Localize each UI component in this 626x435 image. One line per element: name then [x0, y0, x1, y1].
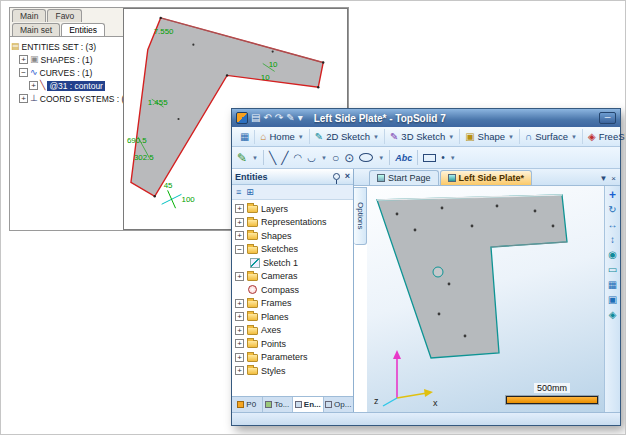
zoom-view-icon[interactable]: ◉ — [608, 250, 617, 260]
ellipse-tool-icon[interactable] — [359, 153, 373, 162]
expand-plus-icon[interactable]: + — [235, 339, 244, 348]
tree-item-coord-systems[interactable]: + ⊥ COORD SYSTEMS : ( — [11, 92, 122, 105]
tree-item-compass[interactable]: Compass — [233, 283, 352, 297]
tree-item-planes[interactable]: + Planes — [233, 310, 352, 324]
canvas-3d[interactable]: z x 500mm — [367, 186, 604, 412]
circle-center-tool-icon[interactable]: ⊙ — [344, 151, 354, 165]
tab-main[interactable]: Main — [12, 9, 46, 22]
pencil-tool-icon[interactable]: ✎ — [237, 151, 247, 165]
ribbon-tab-freeshape[interactable]: ◈ FreeShape ▼ — [583, 129, 626, 144]
chevron-down-icon[interactable]: ▼ — [373, 134, 379, 140]
tree-item-parameters[interactable]: + Parameters — [233, 351, 352, 365]
tree-item-layers[interactable]: + Layers — [233, 202, 352, 216]
expand-plus-icon[interactable]: + — [235, 299, 244, 308]
pin-icon[interactable] — [333, 173, 340, 180]
dimension-label[interactable]: 302.5 — [134, 153, 154, 162]
text-tool[interactable]: Abc — [395, 153, 412, 163]
chevron-down-icon[interactable]: ▼ — [378, 155, 384, 161]
ribbon-tab-3d-sketch[interactable]: ✎ 3D Sketch ▼ — [385, 129, 460, 144]
tree-item-frames[interactable]: + Frames — [233, 297, 352, 311]
add-view-icon[interactable]: + — [609, 190, 616, 200]
panel-tab-p0[interactable]: P0 — [232, 397, 263, 412]
tree-item-sketch1[interactable]: Sketch 1 — [233, 256, 352, 270]
point-tool-icon[interactable]: • — [441, 151, 445, 165]
tree-item-representations[interactable]: + Representations — [233, 216, 352, 230]
minimize-button[interactable]: ─ — [599, 112, 616, 124]
dimension-label[interactable]: 690.5 — [127, 136, 147, 145]
expand-plus-icon[interactable]: + — [19, 94, 28, 103]
chevron-down-icon[interactable]: ▼ — [508, 134, 514, 140]
ribbon-tab-2d-sketch[interactable]: ✎ 2D Sketch ▼ — [310, 129, 385, 144]
redo-icon[interactable]: ↷ — [275, 112, 283, 124]
undo-icon[interactable]: ↶ — [263, 112, 271, 124]
tree-item-shapes[interactable]: + ▣ SHAPES : (1) — [11, 53, 122, 66]
polyline-tool-icon[interactable]: ╱ — [281, 151, 288, 165]
ribbon-tab-shape[interactable]: ▣ Shape ▼ — [460, 129, 520, 144]
tree-item-points[interactable]: + Points — [233, 337, 352, 351]
plate-face[interactable] — [377, 195, 567, 358]
pan-horizontal-icon[interactable]: ↔ — [608, 220, 618, 230]
doc-tab-left-side-plate[interactable]: Left Side Plate* — [440, 170, 533, 185]
expand-plus-icon[interactable]: + — [235, 353, 244, 362]
plate-bore-hole[interactable] — [433, 267, 443, 277]
tab-favorites[interactable]: Favo — [47, 9, 82, 22]
tree-item-entities-set[interactable]: ▤ ENTITIES SET : (3) — [11, 40, 122, 53]
tree-item-curves[interactable]: − ∿ CURVES : (1) — [11, 66, 122, 79]
tab-entities[interactable]: Entities — [61, 23, 105, 36]
title-bar[interactable]: ▤ ↶ ↷ ✎ ▾ Left Side Plate* - TopSolid 7 … — [232, 109, 620, 127]
dimension-label[interactable]: 7.550 — [154, 27, 174, 36]
chevron-down-icon[interactable]: ▼ — [450, 155, 456, 161]
dimension-label[interactable]: 10 — [269, 60, 278, 69]
rotate-view-icon[interactable]: ↻ — [608, 205, 616, 215]
ribbon-tab-surface[interactable]: ∩ Surface ▼ — [520, 129, 583, 144]
expand-plus-icon[interactable]: + — [235, 312, 244, 321]
ribbon-menu-icon[interactable]: ▦ — [235, 130, 255, 144]
shaded-view-icon[interactable]: ◈ — [609, 310, 617, 320]
line-tool-icon[interactable]: ╲ — [269, 151, 276, 165]
chevron-down-icon[interactable]: ▼ — [252, 155, 258, 161]
close-icon[interactable]: × — [345, 172, 350, 181]
tree-item-contour[interactable]: + ╲ @31 : contour — [11, 79, 122, 92]
panel-tab-tools[interactable]: To... — [263, 397, 294, 412]
expand-plus-icon[interactable]: + — [235, 326, 244, 335]
tree-item-cameras[interactable]: + Cameras — [233, 270, 352, 284]
expand-plus-icon[interactable]: + — [235, 204, 244, 213]
arc3pt-tool-icon[interactable]: ◡ — [307, 151, 316, 165]
rectangle-tool-icon[interactable] — [423, 154, 436, 162]
expand-minus-icon[interactable]: − — [19, 68, 28, 77]
dimension-label[interactable]: 1.455 — [148, 98, 168, 107]
quick-menu-icon[interactable]: ▾ — [298, 112, 303, 124]
expand-plus-icon[interactable]: + — [235, 231, 244, 240]
iso-cube-icon[interactable]: ▣ — [608, 295, 617, 305]
expand-minus-icon[interactable]: − — [235, 245, 244, 254]
options-side-tab[interactable]: Options — [354, 187, 367, 245]
dimension-label[interactable]: 45 — [164, 181, 173, 190]
tab-main-set[interactable]: Main set — [12, 23, 60, 36]
chevron-down-icon[interactable]: ▼ — [321, 155, 327, 161]
doc-tab-start-page[interactable]: Start Page — [369, 170, 439, 185]
expand-all-icon[interactable]: ⊞ — [246, 187, 254, 198]
expand-plus-icon[interactable]: + — [29, 81, 38, 90]
tree-item-styles[interactable]: + Styles — [233, 364, 352, 378]
save-icon[interactable]: ▤ — [251, 112, 260, 124]
chevron-down-icon[interactable]: ▼ — [448, 134, 454, 140]
edit-icon[interactable]: ✎ — [286, 112, 294, 124]
panel-tab-operations[interactable]: Op... — [324, 397, 354, 412]
ribbon-tab-home[interactable]: ⌂ Home ▼ — [255, 129, 309, 144]
tab-list-icon[interactable]: ▼ — [599, 174, 607, 183]
expand-plus-icon[interactable]: + — [235, 218, 244, 227]
expand-plus-icon[interactable]: + — [235, 366, 244, 375]
tree-item-shapes[interactable]: + Shapes — [233, 229, 352, 243]
chevron-down-icon[interactable]: ▼ — [571, 134, 577, 140]
expand-plus-icon[interactable]: + — [235, 272, 244, 281]
grid-view-icon[interactable]: ▦ — [608, 280, 617, 290]
entities-panel-header[interactable]: Entities × — [232, 169, 353, 185]
fit-view-icon[interactable]: ▭ — [608, 265, 617, 275]
panel-tab-entities[interactable]: En... — [293, 397, 324, 412]
chevron-down-icon[interactable]: ▼ — [298, 134, 304, 140]
tree-item-sketches[interactable]: − Sketches — [233, 243, 352, 257]
tree-view-icon[interactable]: ≡ — [236, 187, 241, 198]
circle-tool-icon[interactable]: ○ — [332, 151, 339, 165]
arc-tool-icon[interactable]: ◠ — [293, 151, 302, 165]
expand-plus-icon[interactable]: + — [19, 55, 28, 64]
